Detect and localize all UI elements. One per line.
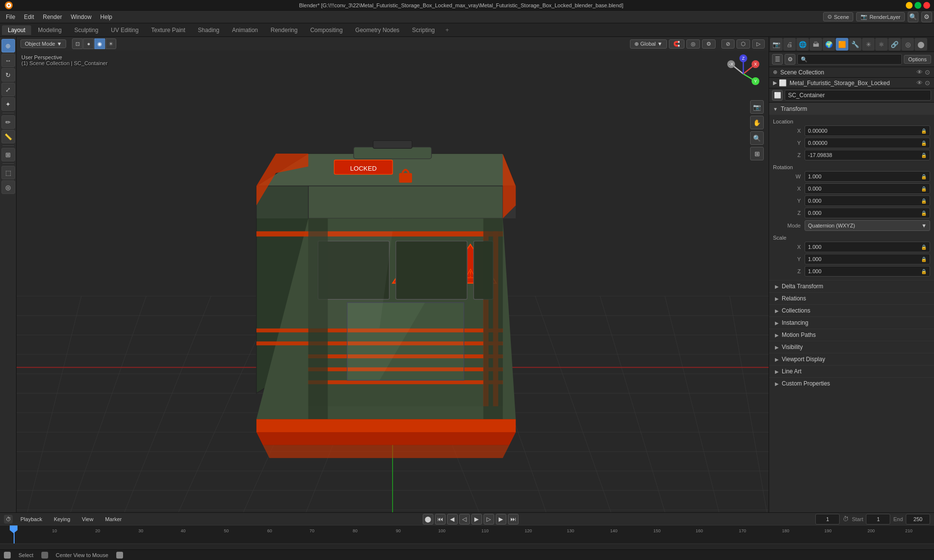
- rotation-mode-dropdown[interactable]: Quaternion (WXYZ) ▼: [805, 220, 930, 231]
- tool-circle-select[interactable]: ◎: [1, 180, 15, 194]
- snapping-btn[interactable]: 🧲: [669, 39, 684, 49]
- ws-tab-texture-paint[interactable]: Texture Paint: [145, 25, 191, 35]
- prop-icon-scene[interactable]: 🏔: [809, 38, 822, 51]
- tool-move[interactable]: ↔: [1, 53, 15, 67]
- pb-next-keyframe[interactable]: ▷: [484, 514, 494, 525]
- ws-tab-uv-editing[interactable]: UV Editing: [105, 25, 144, 35]
- sub-object-name-field[interactable]: SC_Container: [785, 90, 931, 101]
- prop-icon-material[interactable]: ⬤: [915, 38, 927, 51]
- rotation-z-field[interactable]: 0.000 🔒: [805, 208, 930, 218]
- custom-properties-section[interactable]: ▶ Custom Properties: [769, 377, 934, 389]
- panel-layout-btn[interactable]: ☰: [772, 54, 783, 65]
- scene-selector[interactable]: ⊙ Scene: [823, 12, 853, 21]
- maximize-button[interactable]: [915, 2, 921, 9]
- line-art-section[interactable]: ▶ Line Art: [769, 365, 934, 377]
- pb-circle-btn[interactable]: ⬤: [423, 514, 433, 525]
- location-x-lock[interactable]: 🔒: [921, 128, 927, 134]
- pb-jump-end[interactable]: ⏭: [508, 514, 519, 525]
- current-frame-field[interactable]: 1: [815, 514, 840, 525]
- pb-next-frame[interactable]: ▶: [496, 514, 506, 525]
- viewport-display-section[interactable]: ▶ Viewport Display: [769, 353, 934, 365]
- location-y-field[interactable]: 0.00000 🔒: [805, 138, 930, 148]
- ws-tab-add[interactable]: +: [442, 25, 453, 35]
- pb-prev-keyframe[interactable]: ◁: [459, 514, 470, 525]
- panel-search[interactable]: 🔍: [797, 54, 902, 65]
- transform-section-header[interactable]: ▼ Transform: [769, 103, 934, 115]
- panel-filter-btn[interactable]: ⚙: [785, 54, 795, 65]
- tool-measure[interactable]: 📏: [1, 130, 15, 143]
- prop-icon-particles[interactable]: ✳: [862, 38, 875, 51]
- renderlayer-selector[interactable]: 📷 RenderLayer: [856, 12, 905, 21]
- snap-options[interactable]: ⚙: [702, 39, 716, 49]
- ws-tab-shading[interactable]: Shading: [192, 25, 225, 35]
- global-pivot-btn[interactable]: ⊕ Global ▼: [630, 39, 667, 49]
- prop-icon-view-layer[interactable]: 🌐: [796, 38, 809, 51]
- shading-btn-rendered[interactable]: ☀: [106, 38, 116, 49]
- rotation-w-lock[interactable]: 🔒: [921, 174, 927, 179]
- ws-tab-geometry-nodes[interactable]: Geometry Nodes: [349, 25, 405, 35]
- tool-transform[interactable]: ✦: [1, 97, 15, 111]
- scene-collection-dot[interactable]: ⊙: [925, 69, 930, 76]
- ws-tab-layout[interactable]: Layout: [2, 25, 31, 35]
- prop-icon-object[interactable]: 🟧: [836, 38, 848, 51]
- view-toggle-btn[interactable]: ⊞: [750, 147, 764, 160]
- viewport[interactable]: ⚠ ⚠ ⚠ LOCKED: [17, 37, 769, 535]
- proportional-btn[interactable]: ◎: [686, 39, 700, 49]
- motion-paths-section[interactable]: ▶ Motion Paths: [769, 329, 934, 341]
- ws-tab-modeling[interactable]: Modeling: [32, 25, 68, 35]
- tool-scale[interactable]: ⤢: [1, 83, 15, 96]
- pb-jump-start[interactable]: ⏮: [435, 514, 446, 525]
- ws-tab-rendering[interactable]: Rendering: [265, 25, 303, 35]
- prop-icon-physics[interactable]: ⚛: [875, 38, 888, 51]
- marker-menu[interactable]: Marker: [101, 515, 126, 523]
- object-dot-icon[interactable]: ⊙: [925, 79, 930, 87]
- prop-icon-modifier[interactable]: 🔧: [849, 38, 862, 51]
- view-camera-btn[interactable]: 📷: [750, 100, 764, 114]
- scale-y-field[interactable]: 1.000 🔒: [805, 254, 930, 264]
- menu-item-window[interactable]: Window: [67, 13, 95, 21]
- menu-item-help[interactable]: Help: [96, 13, 116, 21]
- tool-cursor[interactable]: ⊕: [1, 39, 15, 52]
- collections-section[interactable]: ▶ Collections: [769, 304, 934, 316]
- tool-add[interactable]: ⊞: [1, 148, 15, 161]
- scale-z-field[interactable]: 1.000 🔒: [805, 266, 930, 277]
- prop-icon-data[interactable]: ◎: [901, 38, 914, 51]
- timeline-track[interactable]: 10 20 30 40 50 60 70 80 90 100 110 120 1…: [0, 525, 934, 549]
- rotation-z-lock[interactable]: 🔒: [921, 210, 927, 216]
- start-frame-field[interactable]: 1: [866, 514, 890, 525]
- object-eye-icon[interactable]: 👁: [916, 79, 923, 87]
- scene-collection-eye[interactable]: 👁: [916, 69, 923, 76]
- playback-menu[interactable]: Playback: [17, 515, 46, 523]
- settings-button[interactable]: ⚙: [921, 12, 932, 22]
- prop-icon-render[interactable]: 📷: [770, 38, 783, 51]
- tool-rotate[interactable]: ↻: [1, 68, 15, 82]
- rotation-w-field[interactable]: 1.000 🔒: [805, 171, 930, 182]
- pb-play[interactable]: ▶: [471, 514, 482, 525]
- scale-x-field[interactable]: 1.000 🔒: [805, 242, 930, 252]
- navigation-gizmo[interactable]: X -X Y Z: [724, 54, 763, 93]
- delta-transform-section[interactable]: ▶ Delta Transform: [769, 280, 934, 292]
- view-pan-btn[interactable]: ✋: [750, 116, 764, 129]
- instancing-section[interactable]: ▶ Instancing: [769, 316, 934, 329]
- prop-icon-constraints[interactable]: 🔗: [888, 38, 901, 51]
- sub-object-icon-btn[interactable]: ⬜: [772, 90, 783, 101]
- shading-btn-solid[interactable]: ●: [83, 38, 94, 49]
- rotation-y-field[interactable]: 0.000 🔒: [805, 195, 930, 206]
- close-button[interactable]: [923, 2, 930, 9]
- location-z-field[interactable]: -17.09838 🔒: [805, 150, 930, 160]
- location-z-lock[interactable]: 🔒: [921, 153, 927, 158]
- menu-item-edit[interactable]: Edit: [20, 13, 38, 21]
- relations-section[interactable]: ▶ Relations: [769, 292, 934, 304]
- pb-prev-frame[interactable]: ◀: [447, 514, 458, 525]
- ws-tab-sculpting[interactable]: Sculpting: [69, 25, 104, 35]
- shading-btn-material[interactable]: ◉: [94, 38, 105, 49]
- xray-btn[interactable]: ⬡: [736, 39, 750, 49]
- location-x-field[interactable]: 0.00000 🔒: [805, 125, 930, 136]
- rotation-x-lock[interactable]: 🔒: [921, 186, 927, 192]
- keying-menu[interactable]: Keying: [50, 515, 74, 523]
- view-zoom-btn[interactable]: 🔍: [750, 131, 764, 145]
- tool-box-select[interactable]: ⬚: [1, 166, 15, 179]
- visibility-section[interactable]: ▶ Visibility: [769, 341, 934, 353]
- panel-options-btn[interactable]: Options: [904, 55, 931, 64]
- scale-z-lock[interactable]: 🔒: [921, 269, 927, 274]
